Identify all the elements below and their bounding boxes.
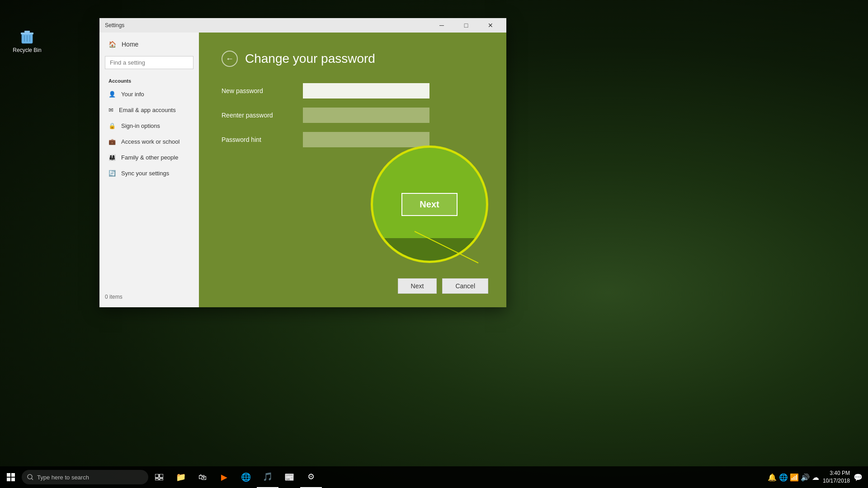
minimize-button[interactable]: ─ [431, 18, 452, 33]
maximize-button[interactable]: □ [456, 18, 476, 33]
recycle-bin-image [18, 27, 36, 45]
next-button[interactable]: Next [398, 278, 437, 294]
svg-rect-1 [21, 33, 33, 34]
system-tray-icons: 🔔 🌐 📶 🔊 ☁ [768, 473, 819, 482]
taskbar: Type here to search 📁 🛍 ▶ 🌐 🎵 📰 ⚙ 🔔 🌐 📶 … [0, 466, 868, 488]
password-hint-group: Password hint [222, 132, 484, 147]
taskbar-search[interactable]: Type here to search [22, 470, 148, 484]
recycle-bin-icon[interactable]: Recycle Bin [9, 27, 45, 53]
taskbar-settings[interactable]: ⚙ [300, 466, 322, 488]
svg-rect-16 [160, 479, 163, 480]
sidebar-item-your-info[interactable]: 👤 Your info [99, 86, 199, 102]
notification-icon[interactable]: 💬 [854, 473, 863, 482]
recycle-bin-label: Recycle Bin [13, 47, 41, 53]
taskbar-search-text: Type here to search [37, 474, 89, 481]
reenter-password-group: Reenter password [222, 108, 484, 123]
svg-rect-14 [160, 474, 163, 478]
svg-line-12 [32, 479, 33, 480]
start-button[interactable] [0, 466, 22, 488]
clock-date: 10/17/2018 [823, 477, 850, 485]
work-icon: 💼 [108, 138, 116, 145]
dialog-header: ← Change your password [222, 51, 484, 67]
svg-rect-15 [155, 479, 159, 480]
close-button[interactable]: ✕ [480, 18, 501, 33]
taskbar-media[interactable]: ▶ [213, 466, 235, 488]
new-password-group: New password [222, 83, 484, 99]
sidebar-item-home[interactable]: 🏠 Home [99, 36, 199, 52]
svg-rect-10 [11, 478, 15, 481]
home-icon: 🏠 [108, 41, 116, 48]
sidebar-item-sync[interactable]: 🔄 Sync your settings [99, 165, 199, 181]
magnifier-zoom: Next [371, 145, 497, 272]
window-title: Settings [105, 22, 428, 28]
settings-window: Settings ─ □ ✕ 🏠 Home Accounts 👤 Your in… [99, 18, 506, 307]
password-hint-label: Password hint [222, 136, 303, 143]
back-button[interactable]: ← [222, 51, 238, 67]
status-bar: 0 items [99, 290, 199, 304]
taskbar-music[interactable]: 🎵 [257, 466, 278, 488]
desktop: Recycle Bin Settings ─ □ ✕ 🏠 Home Accoun… [0, 0, 868, 488]
clock-time: 3:40 PM [823, 469, 850, 477]
new-password-input[interactable] [303, 83, 429, 99]
reenter-password-label: Reenter password [222, 112, 303, 119]
find-setting-input[interactable] [105, 56, 193, 69]
taskbar-clock[interactable]: 3:40 PM 10/17/2018 [823, 469, 850, 485]
titlebar: Settings ─ □ ✕ [99, 18, 506, 33]
svg-line-6 [415, 231, 478, 263]
dialog-footer: Next Cancel [398, 278, 488, 294]
taskbar-news[interactable]: 📰 [278, 466, 300, 488]
sync-icon: 🔄 [108, 170, 116, 177]
svg-point-11 [28, 474, 32, 479]
settings-sidebar: 🏠 Home Accounts 👤 Your info ✉ Email & ap… [99, 33, 199, 307]
taskbar-store[interactable]: 🛍 [192, 466, 213, 488]
email-icon: ✉ [108, 107, 113, 113]
taskbar-file-explorer[interactable]: 📁 [170, 466, 192, 488]
family-icon: 👨‍👩‍👧 [108, 154, 116, 161]
svg-rect-2 [24, 31, 30, 33]
taskbar-task-view[interactable] [148, 466, 170, 488]
sidebar-item-work[interactable]: 💼 Access work or school [99, 134, 199, 150]
back-icon: ← [226, 54, 234, 64]
accounts-section-label: Accounts [99, 73, 199, 86]
settings-main: ← Change your password New password Reen… [199, 33, 506, 307]
reenter-password-input[interactable] [303, 108, 429, 123]
svg-rect-7 [7, 473, 10, 477]
connector-svg [199, 33, 506, 307]
settings-body: 🏠 Home Accounts 👤 Your info ✉ Email & ap… [99, 33, 506, 307]
dialog-title: Change your password [245, 52, 375, 66]
taskbar-chrome[interactable]: 🌐 [235, 466, 257, 488]
password-hint-input[interactable] [303, 132, 429, 147]
sidebar-item-email[interactable]: ✉ Email & app accounts [99, 102, 199, 118]
sidebar-item-signin[interactable]: 🔒 Sign-in options [99, 118, 199, 134]
new-password-label: New password [222, 87, 303, 94]
svg-rect-8 [11, 473, 15, 477]
change-password-dialog: ← Change your password New password Reen… [199, 33, 506, 307]
magnifier-next-button[interactable]: Next [401, 193, 457, 216]
signin-icon: 🔒 [108, 122, 116, 129]
svg-rect-9 [7, 478, 10, 481]
home-label: Home [122, 41, 138, 48]
taskbar-right: 🔔 🌐 📶 🔊 ☁ 3:40 PM 10/17/2018 💬 [768, 469, 868, 485]
svg-rect-13 [155, 474, 159, 478]
cancel-button[interactable]: Cancel [442, 278, 488, 294]
your-info-icon: 👤 [108, 91, 116, 98]
sidebar-item-family[interactable]: 👨‍👩‍👧 Family & other people [99, 150, 199, 165]
